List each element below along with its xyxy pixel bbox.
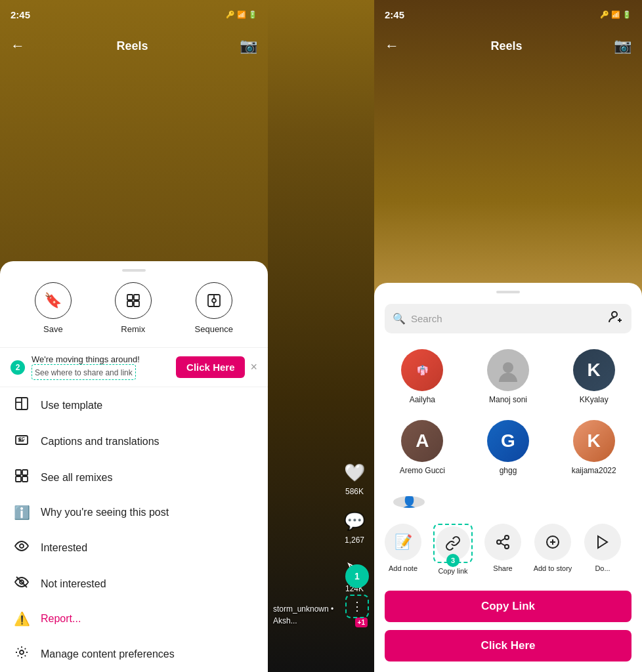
camera-button-left[interactable]: 📷 — [240, 37, 257, 54]
sheet-handle-right[interactable] — [496, 291, 520, 293]
action-add-note[interactable]: 📝 Add note — [379, 524, 427, 575]
back-button-right[interactable]: ← — [385, 37, 399, 54]
remixes-text: See all remixes — [41, 472, 112, 484]
save-item[interactable]: 🔖 Save — [35, 282, 72, 334]
add-person-button[interactable] — [608, 309, 624, 328]
contact-grid: 👘 Aailyha Manoj soni K KKyalay A — [374, 341, 642, 483]
left-panel: 2:45 🔑 📶 🔋 ← Reels 📷 🔖 Save — [0, 0, 268, 672]
bottom-sheet-left: 🔖 Save Remix — [0, 261, 268, 672]
svg-rect-0 — [127, 295, 133, 300]
action-share[interactable]: Share — [479, 524, 526, 575]
avatar-kkyalay: K — [573, 349, 615, 391]
heart-icon: 🤍 — [343, 461, 366, 484]
mid-video-panel: 🤍 586K 💬 1,267 124K 1 ⋮ storm_unknown • … — [268, 0, 374, 672]
share-action-label: Share — [493, 564, 512, 572]
icon-row: 🔖 Save Remix — [0, 282, 268, 348]
promo-close-icon[interactable]: × — [250, 360, 257, 374]
click-here-button-right[interactable]: Click Here — [385, 630, 631, 662]
menu-interested[interactable]: Interested — [0, 530, 268, 566]
battery-icon-left: 🔋 — [248, 10, 257, 19]
reels-header-right: ← Reels 📷 — [374, 29, 642, 63]
not-interested-icon — [13, 575, 30, 593]
name-kkyalay: KKyalay — [580, 395, 609, 404]
action-row: 📝 Add note 3 Copy — [374, 516, 642, 580]
right-panel: 2:45 🔑 📶 🔋 ← Reels 📷 🔍 Search — [374, 0, 642, 672]
reels-header-left: ← Reels 📷 — [0, 29, 268, 63]
more-label: Do... — [595, 564, 610, 572]
svg-point-41 — [505, 545, 509, 549]
svg-point-7 — [212, 299, 216, 303]
comment-action[interactable]: 💬 1,267 — [343, 509, 366, 545]
click-here-button-left[interactable]: Click Here — [176, 356, 245, 378]
svg-point-38 — [503, 362, 513, 373]
add-note-icon-wrap: 📝 — [385, 524, 421, 560]
svg-rect-19 — [16, 476, 21, 482]
action-more[interactable]: Do... — [579, 524, 626, 575]
camera-button-right[interactable]: 📷 — [614, 37, 631, 54]
share-icon-wrap — [484, 524, 521, 560]
report-icon: ⚠️ — [13, 611, 30, 627]
svg-rect-1 — [134, 295, 139, 300]
svg-rect-3 — [134, 301, 139, 306]
svg-marker-47 — [598, 536, 607, 548]
contact-aailyha[interactable]: 👘 Aailyha — [379, 341, 465, 412]
info-icon: ℹ️ — [13, 505, 30, 520]
username-text: storm_unknown • Aksh... — [273, 604, 333, 625]
manage-prefs-icon — [13, 645, 30, 663]
three-dots-btn[interactable]: ⋮ — [345, 595, 369, 618]
contact-manoj[interactable]: Manoj soni — [465, 341, 551, 412]
key-icon-right: 🔑 — [600, 10, 609, 19]
use-template-text: Use template — [41, 400, 102, 411]
status-icons-right: 🔑 📶 🔋 — [600, 10, 631, 19]
sheet-handle-left[interactable] — [122, 269, 146, 272]
circle-badge-1: 1 — [345, 564, 369, 588]
like-action[interactable]: 🤍 586K — [343, 461, 366, 496]
copy-link-button[interactable]: Copy Link — [385, 591, 631, 622]
remix-label: Remix — [121, 324, 145, 334]
reels-title-right: Reels — [490, 39, 522, 53]
menu-report[interactable]: ⚠️ Report... — [0, 602, 268, 636]
svg-line-43 — [501, 539, 505, 541]
contact-kaijama[interactable]: K kaijama2022 — [551, 412, 637, 483]
avatar-manoj — [487, 349, 529, 391]
search-input[interactable]: Search — [411, 313, 603, 324]
contact-aremo[interactable]: A Aremo Gucci — [379, 412, 465, 483]
status-bar-left: 2:45 🔑 📶 🔋 — [0, 0, 268, 29]
search-bar[interactable]: 🔍 Search — [385, 304, 631, 333]
svg-rect-18 — [22, 470, 28, 475]
report-text: Report... — [41, 613, 81, 625]
time-right: 2:45 — [385, 9, 404, 20]
remixes-icon — [13, 469, 30, 486]
avatar-aremo: A — [401, 420, 443, 462]
contact-partial[interactable]: 👤 — [379, 488, 439, 516]
sequence-item[interactable]: Sequence — [195, 282, 234, 334]
avatar-kaijama: K — [573, 420, 615, 462]
save-label: Save — [43, 324, 63, 334]
menu-remixes[interactable]: See all remixes — [0, 459, 268, 495]
key-icon-left: 🔑 — [226, 10, 235, 19]
back-button-left[interactable]: ← — [11, 37, 25, 54]
reels-title-left: Reels — [116, 39, 148, 53]
captions-icon: CC — [13, 432, 30, 450]
name-ghgg: ghgg — [500, 466, 517, 475]
action-add-story[interactable]: Add to story — [529, 524, 576, 575]
menu-why-seeing[interactable]: ℹ️ Why you're seeing this post — [0, 495, 268, 530]
contact-ghgg[interactable]: G ghgg — [465, 412, 551, 483]
menu-manage-prefs[interactable]: Manage content preferences — [0, 636, 268, 672]
menu-captions[interactable]: CC Captions and translations — [0, 423, 268, 459]
menu-use-template[interactable]: Use template — [0, 387, 268, 423]
action-copy-link[interactable]: 3 Copy link — [429, 524, 477, 575]
avatar-partial: 👤 — [393, 496, 425, 508]
remix-item[interactable]: Remix — [115, 282, 152, 334]
svg-rect-17 — [16, 470, 21, 475]
svg-rect-2 — [127, 301, 133, 306]
add-story-icon-wrap — [534, 524, 571, 560]
search-icon: 🔍 — [393, 312, 406, 325]
name-manoj: Manoj soni — [489, 395, 527, 404]
contact-kkyalay[interactable]: K KKyalay — [551, 341, 637, 412]
name-aremo: Aremo Gucci — [400, 466, 445, 475]
like-count: 586K — [345, 487, 364, 496]
time-left: 2:45 — [11, 9, 30, 20]
wifi-icon-right: 📶 — [611, 10, 620, 19]
menu-not-interested[interactable]: Not interested — [0, 566, 268, 602]
